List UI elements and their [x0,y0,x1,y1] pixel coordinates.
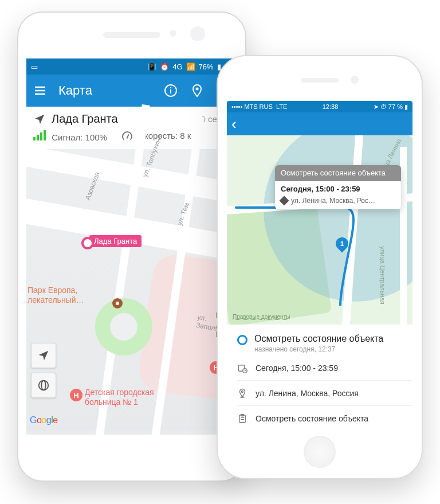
svg-point-6 [39,381,49,390]
task-assigned-label: назначено сегодня, 12:37 [254,345,383,353]
vehicle-map-pin[interactable]: Лада Гранта [89,235,142,247]
vehicle-name: Лада Гранта [52,112,118,126]
poi-hospital-label: Детская городскаябольница № 1 [85,388,154,407]
street-label: улица Центральная [379,246,386,304]
svg-rect-2 [170,87,171,88]
task-tooltip[interactable]: Осмотреть состояние объекта Сегодня, 15:… [275,165,401,209]
task-status-ring-icon [237,335,247,345]
android-screen: ▭ 📳 ⏰ 4G 📶 76% ▮ 17 Карта [26,58,237,435]
navigate-arrow-icon [33,113,46,126]
menu-icon[interactable] [32,83,48,99]
calendar-clock-icon [237,363,247,373]
battery-percent: 76% [199,62,214,71]
task-map-pin[interactable]: 1 [336,237,348,250]
iphone-home-button[interactable] [304,436,336,468]
info-icon[interactable] [163,83,179,99]
poi-marker[interactable] [112,298,123,308]
task-address-row: ул. Ленина, Москва, Россия [227,381,412,405]
poi-park-label: Парк Европа,лекательный… [28,286,84,305]
iphone-speaker [301,78,339,83]
iphone-screen: ••••• MTS RUS LTE 12:38 ➤ ⏱ 77 % ▮ ‹ ули… [227,101,412,429]
svg-point-10 [242,391,243,393]
android-status-bar: ▭ 📳 ⏰ 4G 📶 76% ▮ 17 [26,58,237,75]
iphone-frame: ••••• MTS RUS LTE 12:38 ➤ ⏱ 77 % ▮ ‹ ули… [217,55,423,479]
map-layers-button[interactable] [31,373,56,398]
back-button[interactable]: ‹ [231,116,237,131]
vibrate-icon: 📳 [147,62,156,71]
signal-bars-icon [33,130,46,140]
tooltip-title: Осмотреть состояние объекта [275,165,401,181]
location-pin-icon[interactable] [189,83,205,99]
nav-bar: ‹ [227,112,412,135]
signal-strength: Сигнал: 100% [33,130,107,142]
status-right: ➤ ⏱ 77 % ▮ [374,103,408,111]
vehicle-info-card[interactable]: Лада Гранта 10 сек. н Сигнал: 100% Скоро… [26,107,237,149]
network-4g-icon: 4G [172,62,182,71]
task-details-panel: Осмотреть состояние объекта назначено се… [227,325,412,429]
notification-image-icon: ▭ [31,62,38,71]
legal-link[interactable]: Правовые документы [233,314,290,320]
task-header: Осмотреть состояние объекта назначено се… [227,325,412,355]
signal-icon: 📶 [186,62,195,71]
task-map-view[interactable]: улица Ленина улица Центральная 1 Осмотре… [227,135,412,325]
alarm-icon: ⏰ [160,62,169,71]
ios-status-bar: ••••• MTS RUS LTE 12:38 ➤ ⏱ 77 % ▮ [227,101,412,112]
hospital-marker-icon[interactable]: H [70,389,82,401]
task-time-row: Сегодня, 15:00 - 23:59 [227,355,412,380]
clipboard-icon [237,413,247,424]
svg-point-3 [196,88,199,91]
route-line [259,202,374,282]
map-view[interactable]: ул. Толбухина ул. Тем ул. Заполярная Азо… [26,149,237,431]
location-outline-icon [237,388,247,398]
map-road [94,104,150,435]
speedometer-icon [122,131,132,142]
address-diamond-icon [280,196,289,205]
page-title: Карта [58,83,152,98]
task-description-row: Осмотреть состояние объекта [227,406,412,429]
map-roundabout [95,298,152,355]
android-phone-frame: ▭ 📳 ⏰ 4G 📶 76% ▮ 17 Карта [17,11,246,482]
iphone-camera [351,76,359,84]
status-left: ••••• MTS RUS LTE [231,103,287,110]
svg-rect-1 [170,89,171,93]
tooltip-address: ул. Ленина, Москва, Рос… [291,197,375,205]
task-title: Осмотреть состояние объекта [254,334,383,344]
tooltip-time: Сегодня, 15:00 - 23:59 [275,181,401,197]
android-camera [170,30,176,37]
recenter-button[interactable] [31,343,56,368]
svg-point-7 [41,381,45,390]
google-logo: Google [30,415,58,425]
clock: 12:38 [323,103,339,110]
android-sensor [190,26,205,41]
app-bar: Карта [26,75,237,107]
